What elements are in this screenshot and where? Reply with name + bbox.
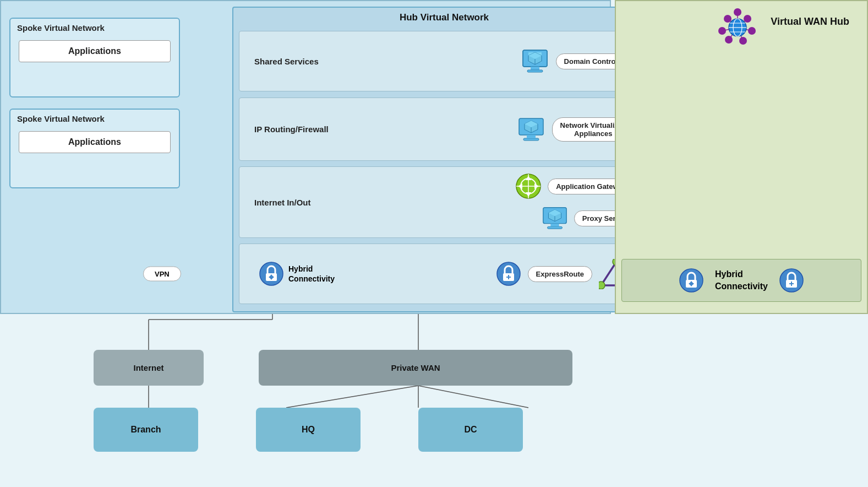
main-area: Spoke Virtual Network Applications Spoke… [0, 0, 611, 314]
spoke-1-app: Applications [19, 40, 171, 62]
monitor-icon-shared [521, 47, 549, 75]
spoke-2-app: Applications [19, 131, 171, 153]
wan-hub-title: Virtual WAN Hub [764, 8, 856, 32]
branch-terminal: Branch [94, 408, 198, 452]
svg-point-58 [599, 282, 605, 289]
svg-rect-25 [527, 135, 536, 138]
hybrid-icon-right [496, 261, 521, 286]
svg-rect-38 [547, 226, 562, 229]
wan-hybrid-label: HybridConnectivity [715, 268, 768, 293]
spoke-2-title: Spoke Virtual Network [10, 110, 179, 128]
svg-rect-17 [531, 67, 539, 70]
wan-hybrid-section: HybridConnectivity [621, 259, 861, 302]
hybrid-connectivity-section: VPN [239, 244, 649, 304]
private-wan-node: Private WAN [259, 350, 572, 386]
diagram-container: Spoke Virtual Network Applications Spoke… [0, 0, 868, 487]
internet-node: Internet [94, 350, 204, 386]
spoke-network-2: Spoke Virtual Network Applications [9, 109, 180, 188]
spoke-network-1: Spoke Virtual Network Applications [9, 18, 180, 98]
wan-hub-area: Virtual WAN Hub HybridConnectivity [615, 0, 868, 314]
ip-routing-section: IP Routing/Firewall Network VirtualizedA… [239, 98, 649, 161]
wan-hybrid-icon-2 [779, 268, 804, 293]
ip-routing-label: IP Routing/Firewall [248, 120, 335, 138]
shared-services-label: Shared Services [248, 52, 325, 71]
dc-terminal: DC [418, 408, 523, 452]
internet-inout-section: Internet In/Out [239, 166, 649, 238]
hub-virtual-network: Hub Virtual Network Shared Services [232, 7, 656, 312]
vpn-label: VPN [143, 267, 181, 282]
svg-line-12 [286, 386, 418, 408]
internet-inout-label: Internet In/Out [248, 193, 318, 212]
hybrid-connectivity-hub-label: HybridConnectivity [288, 264, 335, 284]
svg-rect-24 [523, 138, 539, 140]
shared-services-section: Shared Services [239, 31, 649, 91]
app-gateway-icon [515, 172, 542, 200]
spoke-1-title: Spoke Virtual Network [10, 19, 179, 37]
proxy-server-icon [541, 204, 569, 232]
hub-title: Hub Virtual Network [233, 8, 655, 28]
monitor-icon-ip [517, 115, 545, 144]
hq-terminal: HQ [256, 408, 361, 452]
svg-line-14 [418, 386, 528, 408]
wan-hybrid-icon-1 [679, 268, 704, 293]
svg-rect-18 [527, 70, 543, 72]
expressroute-label: ExpressRoute [528, 266, 592, 282]
svg-rect-39 [550, 224, 559, 227]
wan-globe-icon [718, 8, 757, 47]
hybrid-icon-left [259, 261, 284, 286]
